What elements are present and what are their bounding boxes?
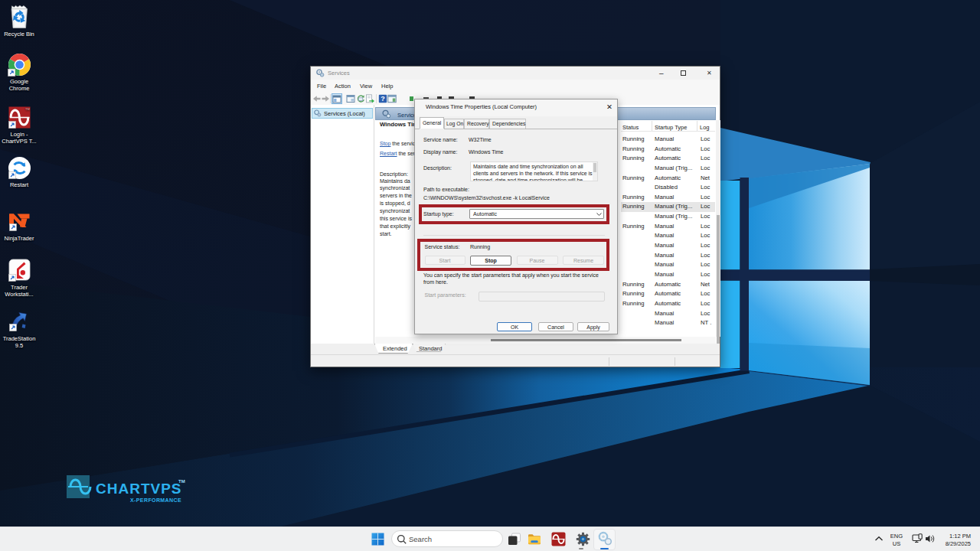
svg-text:?: ? bbox=[381, 95, 385, 103]
svg-text:X-PERFORMANCE: X-PERFORMANCE bbox=[130, 497, 181, 503]
svg-text:CHARTVPS: CHARTVPS bbox=[96, 481, 182, 497]
svg-text:TM: TM bbox=[178, 479, 185, 484]
svg-text:TM: TM bbox=[25, 107, 30, 111]
